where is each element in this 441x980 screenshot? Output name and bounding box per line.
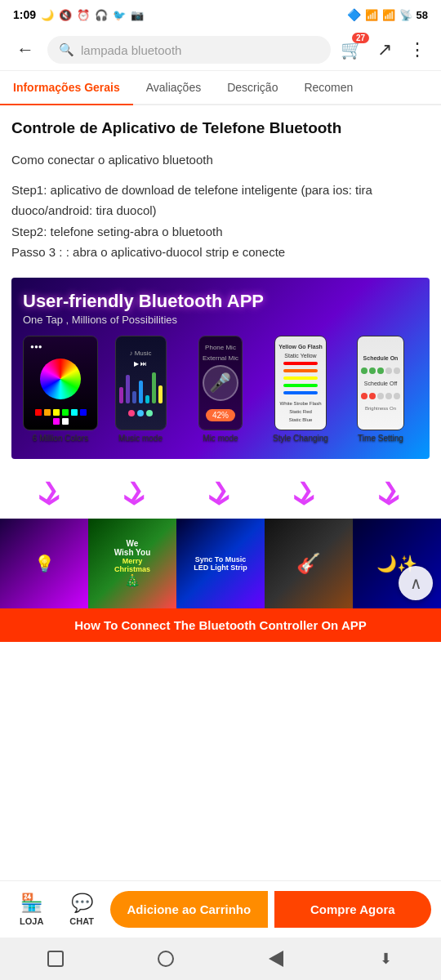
phone-style-label: Style Changing (273, 434, 328, 443)
color-wheel (40, 359, 81, 399)
tab-recomendacoes[interactable]: Recomen (291, 71, 366, 104)
banner-subtitle: One Tap , Millions of Possibilities (23, 314, 418, 326)
phone-music-label: Music mode (118, 434, 163, 443)
square-icon (47, 951, 64, 967)
product-steps: Step1: aplicativo de download de telefon… (11, 180, 430, 263)
search-input[interactable]: lampada bluetooth (81, 43, 181, 57)
search-icon: 🔍 (59, 42, 74, 57)
store-icon: 🏪 (20, 893, 42, 914)
phone-mic-label: Mic mode (203, 434, 238, 443)
bluetooth-app-banner: User-friendly Bluetooth APP One Tap , Mi… (11, 278, 430, 459)
product-title: Controle de Aplicativo de Telefone Bluet… (11, 118, 430, 139)
phone-mic: Phone Mic External Mic 🎤 42% (198, 336, 243, 430)
top-navigation: ← 🔍 lampada bluetooth 🛒 27 ↗ ⋮ (0, 29, 441, 71)
twitter-icon: 🐦 (113, 9, 126, 21)
recent-apps-button[interactable] (41, 944, 70, 973)
wifi-icon: 📡 (399, 9, 412, 21)
chat-icon: 💬 (71, 893, 93, 914)
signal-icon: 📶 (365, 9, 378, 21)
photo-strip-wrapper: 💡 We Wish You Merry Christmas 🎄 Sync To … (0, 519, 441, 608)
music-bars (119, 371, 163, 403)
content-area: Controle de Aplicativo de Telefone Bluet… (0, 105, 441, 472)
photo-1: 💡 (0, 519, 88, 608)
step2-text: Step2: telefone seting-abra o bluetooth (11, 225, 223, 238)
connect-banner-text: How To Connect The Bluetooth Controller … (11, 618, 430, 632)
tab-informacoes-gerais[interactable]: Informações Gerais (0, 71, 133, 105)
store-button[interactable]: 🏪 LOJA (10, 888, 53, 931)
search-bar[interactable]: 🔍 lampada bluetooth (47, 36, 331, 64)
arrow-2: ❯❯ (127, 483, 144, 508)
arrow-1: ❯❯ (42, 483, 59, 508)
photo-3: Sync To MusicLED Light Strip (176, 519, 265, 608)
photo-4: 🎸 (265, 519, 353, 608)
arrow-4: ❯❯ (297, 483, 314, 508)
phone-colors: ●●● (23, 336, 98, 430)
buy-now-button[interactable]: Compre Agora (274, 891, 431, 928)
product-intro: Como conectar o aplicativo bluetooth (11, 150, 430, 170)
phone-time-label: Time Setting (358, 434, 403, 443)
bluetooth-icon: 🔷 (347, 8, 361, 21)
step1-text: Step1: aplicativo de download de telefon… (11, 183, 372, 218)
battery-icon: 58 (416, 9, 428, 21)
headphone-icon: 🎧 (95, 9, 108, 21)
arrow-5: ❯❯ (382, 483, 399, 508)
phones-row: ●●● (23, 336, 418, 443)
store-label: LOJA (20, 916, 43, 926)
phone-time: Schedule On Schedule Off (357, 336, 404, 430)
status-icons: 🔷 📶 📶 📡 58 (347, 8, 428, 21)
scroll-to-top-button[interactable]: ∧ (399, 566, 433, 600)
status-bar: 1:09 🌙 🔇 ⏰ 🎧 🐦 📷 🔷 📶 📶 📡 58 (0, 0, 441, 29)
system-navigation: ⬇ (0, 938, 441, 980)
back-nav-button[interactable] (261, 944, 291, 973)
mic-icon: 🎤 (203, 365, 238, 401)
menu-down-button[interactable]: ⬇ (372, 944, 401, 973)
cart-button[interactable]: 🛒 27 (337, 36, 366, 64)
triangle-icon (269, 951, 283, 967)
cart-badge: 27 (352, 33, 369, 43)
tab-descricao[interactable]: Descrição (214, 71, 291, 104)
tab-avaliacoes[interactable]: Avaliações (133, 71, 214, 104)
time-display: 1:09 (13, 8, 36, 21)
chat-label: CHAT (69, 916, 94, 926)
arrow-3: ❯❯ (212, 483, 229, 508)
photo-2: We Wish You Merry Christmas 🎄 (88, 519, 176, 608)
photo-strip: 💡 We Wish You Merry Christmas 🎄 Sync To … (0, 519, 441, 608)
alarm-icon: ⏰ (77, 9, 90, 21)
add-to-cart-button[interactable]: Adicione ao Carrinho (110, 891, 267, 928)
circle-icon (158, 951, 174, 967)
banner-title: User-friendly Bluetooth APP (23, 291, 418, 312)
bottom-bar: 🏪 LOJA 💬 CHAT Adicione ao Carrinho Compr… (0, 880, 441, 938)
down-icon: ⬇ (380, 950, 392, 968)
step3-text: Passo 3 : : abra o aplicativo-duocol str… (11, 245, 285, 259)
signal2-icon: 📶 (382, 9, 395, 21)
moon-icon: 🌙 (41, 9, 54, 21)
share-button[interactable]: ↗ (372, 36, 397, 64)
status-time: 1:09 🌙 🔇 ⏰ 🎧 🐦 📷 (13, 8, 144, 21)
phone-music: ♪ Music ▶ ⏭ (115, 336, 167, 430)
instagram-icon: 📷 (131, 9, 144, 21)
connect-banner: How To Connect The Bluetooth Controller … (0, 608, 441, 642)
chat-button[interactable]: 💬 CHAT (60, 888, 104, 931)
style-lines (283, 362, 318, 394)
more-button[interactable]: ⋮ (403, 36, 431, 64)
mute-icon: 🔇 (59, 9, 72, 21)
tabs-bar: Informações Gerais Avaliações Descrição … (0, 71, 441, 105)
back-button[interactable]: ← (10, 36, 41, 64)
arrows-row: ❯❯ ❯❯ ❯❯ ❯❯ ❯❯ (0, 472, 441, 519)
phone-style: Yellow Go Flash Static Yellow White Stro… (274, 336, 327, 430)
home-button[interactable] (151, 944, 180, 973)
phone-colors-label: 6 Million Colors (33, 434, 88, 443)
